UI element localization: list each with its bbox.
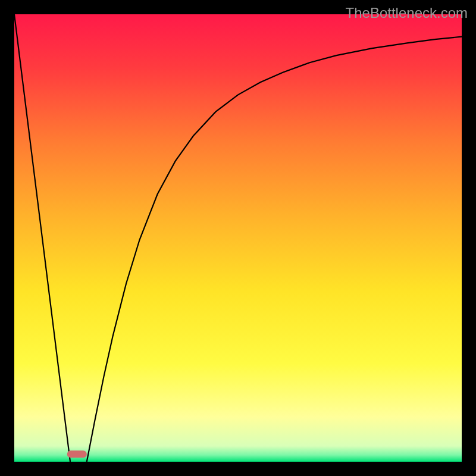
chart-svg: [14, 14, 462, 462]
valley-marker: [67, 450, 87, 458]
marker-layer: [67, 450, 87, 458]
watermark-text: TheBottleneck.com: [346, 5, 468, 21]
chart-container: [0, 0, 476, 476]
plot-background: [14, 14, 462, 462]
